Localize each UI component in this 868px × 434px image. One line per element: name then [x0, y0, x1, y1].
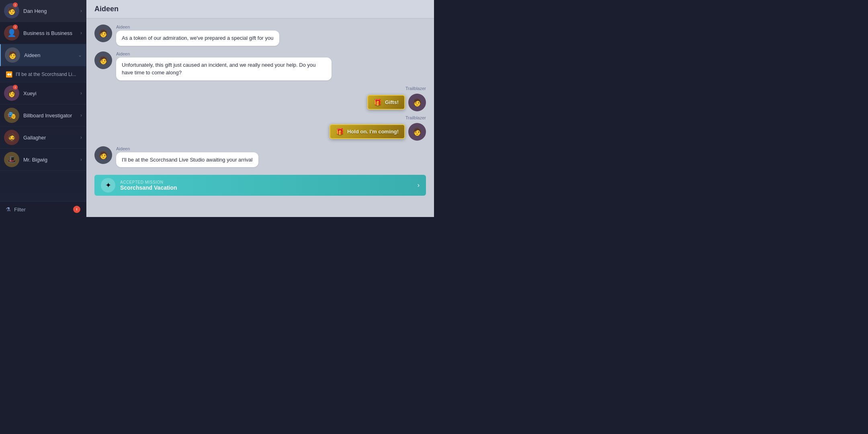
msg-avatar-aideen-3: 🧑: [94, 146, 112, 164]
mission-icon: ✦: [101, 178, 115, 192]
msg-sender-3: Aideen: [116, 146, 258, 151]
chat-header: Aideen: [86, 0, 434, 18]
chevron-right-icon: ›: [80, 30, 82, 36]
chevron-right-icon: ›: [80, 113, 82, 118]
contact-name-dan-heng: Dan Heng: [23, 8, 78, 14]
filter-notification-badge: !: [73, 206, 80, 213]
contact-name-bigwig: Mr. Bigwig: [23, 157, 78, 163]
trailblazer-label-2: Trailblazer: [405, 115, 426, 120]
mission-label: Accepted Mission: [120, 180, 413, 184]
msg-content-1: Aideen As a token of our admiration, we'…: [116, 25, 279, 46]
choice-button-holdon[interactable]: 🎁 Hold on. I'm coming!: [330, 124, 405, 139]
message-row-1: 🧑 Aideen As a token of our admiration, w…: [94, 25, 426, 46]
mission-info: Accepted Mission Scorchsand Vacation: [120, 180, 413, 191]
choice-button-gifts[interactable]: 🎁 Gifts!: [367, 95, 405, 110]
message-row-3: 🧑 Aideen I'll be at the Scorchsand Live …: [94, 146, 426, 168]
filter-icon: ⚗: [6, 206, 11, 213]
msg-sender-2: Aideen: [116, 51, 332, 56]
filter-bar[interactable]: ⚗ Filter !: [0, 201, 86, 217]
chevron-right-icon: ›: [80, 90, 82, 96]
contact-name-gallagher: Gallagher: [23, 135, 78, 141]
msg-bubble-3: I'll be at the Scorchsand Live Studio aw…: [116, 152, 258, 168]
contact-name-billboard: Billboard Investigator: [23, 113, 78, 119]
avatar-gallagher: 🧔: [4, 130, 19, 145]
message-row-2: 🧑 Aideen Unfortunately, this gift just c…: [94, 51, 426, 80]
trailblazer-avatar-1: 🧑: [408, 94, 426, 111]
contact-name-xueyi: Xueyi: [23, 90, 78, 96]
choice-row-1: Trailblazer 🎁 Gifts! 🧑: [367, 86, 426, 111]
msg-content-2: Aideen Unfortunately, this gift just cau…: [116, 51, 332, 80]
mission-bar[interactable]: ✦ Accepted Mission Scorchsand Vacation ›: [94, 175, 426, 196]
reply-text: I'll be at the Scorchsand Li...: [16, 72, 80, 77]
contact-item-bigwig[interactable]: 🎩 Mr. Bigwig ›: [0, 149, 86, 171]
contact-item-billboard[interactable]: 🎭 Billboard Investigator ›: [0, 104, 86, 127]
chevron-right-icon: ›: [80, 135, 82, 140]
chat-title: Aideen: [94, 5, 119, 13]
chevron-down-icon: ⌄: [78, 52, 82, 58]
contact-item-business[interactable]: ! 👤 Business is Business ›: [0, 22, 86, 44]
msg-content-3: Aideen I'll be at the Scorchsand Live St…: [116, 146, 258, 168]
chevron-right-icon: ›: [80, 157, 82, 162]
chevron-right-icon: ›: [80, 8, 82, 14]
contact-item-aideen[interactable]: 🧑 Aideen ⌄: [0, 44, 86, 66]
avatar-billboard: 🎭: [4, 108, 19, 123]
contact-name-aideen: Aideen: [24, 52, 76, 58]
ribbon-icon: 🎁: [374, 98, 382, 106]
chat-body[interactable]: 🧑 Aideen As a token of our admiration, w…: [86, 18, 434, 217]
trailblazer-avatar-2: 🧑: [408, 123, 426, 141]
msg-bubble-1: As a token of our admiration, we've prep…: [116, 31, 279, 46]
contact-item-dan-heng[interactable]: ! 🧑 Dan Heng ›: [0, 0, 86, 22]
avatar-bigwig: 🎩: [4, 152, 19, 167]
mission-name: Scorchsand Vacation: [120, 184, 413, 191]
ribbon-icon-2: 🎁: [336, 128, 344, 135]
contact-name-business: Business is Business: [23, 30, 78, 36]
reply-option[interactable]: ⏪ I'll be at the Scorchsand Li...: [0, 66, 86, 82]
notification-dot-business: !: [13, 25, 18, 29]
filter-label: Filter: [14, 207, 73, 213]
msg-avatar-aideen-2: 🧑: [94, 51, 112, 69]
notification-dot-xueyi: !: [13, 85, 18, 90]
trailblazer-label-1: Trailblazer: [405, 86, 426, 91]
msg-avatar-aideen-1: 🧑: [94, 25, 112, 42]
reply-icon: ⏪: [6, 71, 12, 78]
contact-item-xueyi[interactable]: ! 👩 Xueyi ›: [0, 82, 86, 104]
choice-label-gifts: Gifts!: [385, 99, 399, 105]
contact-item-gallagher[interactable]: 🧔 Gallagher ›: [0, 127, 86, 149]
avatar-aideen: 🧑: [5, 47, 20, 63]
msg-sender-1: Aideen: [116, 25, 279, 29]
choice-label-holdon: Hold on. I'm coming!: [347, 129, 399, 135]
choice-group: Trailblazer 🎁 Gifts! 🧑 Trailblazer 🎁 Hol…: [94, 86, 426, 141]
contact-list: ! 🧑 Dan Heng › ! 👤 Business is Business …: [0, 0, 86, 217]
msg-bubble-2: Unfortunately, this gift just caused an …: [116, 57, 332, 80]
mission-chevron-right-icon: ›: [418, 182, 420, 189]
chat-panel: Aideen 🧑 Aideen As a token of our admira…: [86, 0, 434, 217]
choice-row-2: Trailblazer 🎁 Hold on. I'm coming! 🧑: [330, 115, 426, 141]
notification-dot-dan-heng: !: [13, 2, 18, 7]
